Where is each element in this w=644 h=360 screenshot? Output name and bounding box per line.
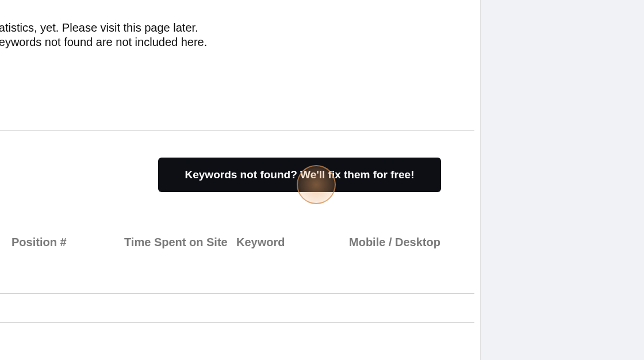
column-header-time-spent: Time Spent on Site [124, 236, 228, 249]
fix-keywords-cta-button[interactable]: Keywords not found? We'll fix them for f… [158, 158, 441, 192]
table-row-divider-1 [0, 293, 474, 294]
column-header-position: Position # [12, 236, 67, 249]
info-line-1: are no statistics, yet. Please visit thi… [0, 21, 207, 35]
right-side-panel [480, 0, 644, 360]
info-message: are no statistics, yet. Please visit thi… [0, 21, 207, 49]
cta-button-label: Keywords not found? We'll fix them for f… [185, 168, 415, 181]
table-row-divider-2 [0, 322, 474, 323]
divider-top [0, 130, 474, 131]
main-content-area: are no statistics, yet. Please visit thi… [0, 0, 480, 360]
column-header-keyword: Keyword [236, 236, 285, 249]
info-line-2: es with keywords not found are not inclu… [0, 35, 207, 49]
column-header-mobile-desktop: Mobile / Desktop [349, 236, 440, 249]
